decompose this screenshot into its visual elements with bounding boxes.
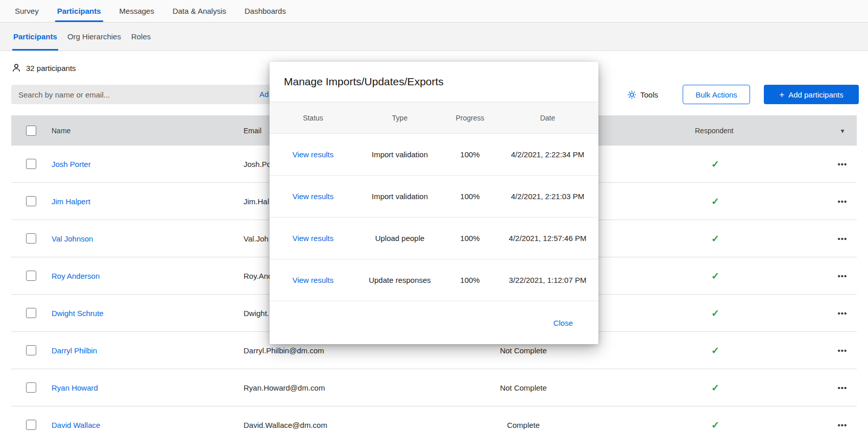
row-check-cell — [11, 196, 52, 206]
tools-label: Tools — [640, 90, 658, 99]
row-checkbox[interactable] — [26, 420, 36, 430]
respondent-cell: ✓ — [585, 419, 828, 431]
primary-nav: SurveyParticipantsMessagesData & Analysi… — [0, 0, 868, 22]
row-actions-button[interactable]: ••• — [838, 383, 848, 392]
row-actions-button[interactable]: ••• — [838, 421, 848, 429]
participant-name-link[interactable]: Josh Porter — [52, 160, 91, 168]
tools-button[interactable]: Tools — [627, 90, 658, 100]
check-icon: ✓ — [711, 307, 719, 319]
check-icon: ✓ — [711, 270, 719, 282]
row-checkbox[interactable] — [26, 271, 36, 281]
nav-tab-data-analysis[interactable]: Data & Analysis — [173, 0, 226, 22]
nav-tab-survey[interactable]: Survey — [15, 0, 39, 22]
respondent-cell: ✓ — [585, 382, 828, 394]
modal-status-cell: View results — [270, 150, 356, 159]
participant-email: David.Wallace@dm.com — [244, 421, 462, 429]
search-input[interactable] — [11, 90, 246, 99]
add-participants-button[interactable]: + Add participants — [764, 85, 859, 104]
select-all-checkbox[interactable] — [26, 126, 36, 136]
respondent-cell: ✓ — [585, 196, 828, 207]
row-actions-button[interactable]: ••• — [838, 234, 848, 243]
nav-tab-participants[interactable]: Participants — [57, 0, 101, 22]
row-actions-cell: ••• — [828, 272, 857, 280]
secondary-nav: ParticipantsOrg HierarchiesRoles — [0, 22, 868, 51]
row-actions-button[interactable]: ••• — [838, 160, 848, 168]
modal-status-cell: View results — [270, 234, 356, 243]
view-results-link[interactable]: View results — [293, 234, 334, 243]
row-actions-button[interactable]: ••• — [838, 346, 848, 355]
participant-name-cell: David Wallace — [52, 421, 244, 429]
row-actions-button[interactable]: ••• — [838, 309, 848, 318]
modal-table-body: View resultsImport validation100%4/2/202… — [270, 134, 598, 301]
participant-status: Complete — [462, 421, 585, 429]
person-icon — [11, 63, 21, 73]
participant-name-link[interactable]: Darryl Philbin — [52, 346, 97, 355]
participant-name-cell: Dwight Schrute — [52, 309, 244, 318]
participant-name-link[interactable]: Roy Anderson — [52, 272, 100, 280]
row-actions-button[interactable]: ••• — [838, 197, 848, 206]
row-check-cell — [11, 271, 52, 281]
subnav-tab-participants[interactable]: Participants — [13, 22, 57, 51]
modal-close-button[interactable]: Close — [553, 319, 573, 327]
respondent-cell: ✓ — [585, 270, 828, 282]
modal-table-row: View resultsUpdate responses100%3/22/202… — [270, 259, 598, 301]
modal-footer: Close — [270, 301, 598, 344]
bulk-actions-button[interactable]: Bulk Actions — [683, 85, 750, 104]
view-results-link[interactable]: View results — [293, 150, 334, 159]
row-checkbox[interactable] — [26, 345, 36, 355]
modal-table-row: View resultsImport validation100%4/2/202… — [270, 176, 598, 218]
participant-name-cell: Darryl Philbin — [52, 346, 244, 355]
row-checkbox[interactable] — [26, 382, 36, 393]
participant-name-cell: Val Johnson — [52, 234, 244, 243]
participant-name-link[interactable]: Jim Halpert — [52, 197, 90, 206]
row-actions-button[interactable]: ••• — [838, 272, 848, 280]
modal-table-header: StatusTypeProgressDate — [270, 102, 598, 134]
view-results-link[interactable]: View results — [293, 192, 334, 201]
modal-status-cell: View results — [270, 192, 356, 201]
modal-status-cell: View results — [270, 276, 356, 284]
header-check-cell — [11, 126, 52, 136]
modal-type-cell: Update responses — [356, 276, 443, 284]
participants-count-label: 32 participants — [26, 64, 76, 73]
nav-tab-dashboards[interactable]: Dashboards — [245, 0, 286, 22]
row-checkbox[interactable] — [26, 196, 36, 206]
modal-column-header-type: Type — [356, 114, 443, 122]
participant-name-cell: Roy Anderson — [52, 272, 244, 280]
toolbar-actions: Tools Bulk Actions + Add participants — [627, 85, 859, 104]
table-row: Ryan HowardRyan.Howard@dm.comNot Complet… — [11, 369, 857, 406]
row-check-cell — [11, 159, 52, 169]
row-actions-cell: ••• — [828, 234, 857, 243]
row-checkbox[interactable] — [26, 308, 36, 318]
modal-date-cell: 4/2/2021, 2:22:34 PM — [497, 150, 598, 159]
column-header-name[interactable]: Name — [52, 127, 244, 135]
respondent-cell: ✓ — [585, 158, 828, 170]
participant-status: Not Complete — [462, 383, 585, 392]
modal-type-cell: Upload people — [356, 234, 443, 243]
participant-name-link[interactable]: David Wallace — [52, 421, 100, 429]
modal-date-cell: 4/2/2021, 2:21:03 PM — [497, 192, 598, 201]
modal-date-cell: 4/2/2021, 12:57:46 PM — [497, 234, 598, 243]
table-row: David WallaceDavid.Wallace@dm.comComplet… — [11, 406, 857, 434]
participant-status: Not Complete — [462, 346, 585, 355]
nav-tab-messages[interactable]: Messages — [119, 0, 154, 22]
row-actions-cell: ••• — [828, 309, 857, 318]
subnav-tab-roles[interactable]: Roles — [131, 22, 151, 51]
participant-name-link[interactable]: Dwight Schrute — [52, 309, 104, 318]
row-actions-cell: ••• — [828, 421, 857, 429]
modal-date-cell: 3/22/2021, 1:12:07 PM — [497, 276, 598, 284]
advanced-search-link[interactable]: Ad — [259, 90, 269, 99]
respondent-cell: ✓ — [585, 345, 828, 356]
view-results-link[interactable]: View results — [293, 276, 334, 284]
header-actions-cell: ▾ — [828, 127, 857, 135]
manage-imports-modal: Manage Imports/Updates/Exports StatusTyp… — [270, 62, 598, 344]
participant-name-link[interactable]: Ryan Howard — [52, 383, 98, 392]
modal-progress-cell: 100% — [443, 150, 497, 159]
chevron-down-icon[interactable]: ▾ — [840, 127, 844, 135]
modal-table-row: View resultsImport validation100%4/2/202… — [270, 134, 598, 176]
participant-name-link[interactable]: Val Johnson — [52, 234, 93, 243]
subnav-tab-org-hierarchies[interactable]: Org Hierarchies — [67, 22, 121, 51]
row-checkbox[interactable] — [26, 159, 36, 169]
column-header-respondent[interactable]: Respondent — [585, 127, 828, 135]
row-actions-cell: ••• — [828, 160, 857, 168]
row-checkbox[interactable] — [26, 233, 36, 244]
